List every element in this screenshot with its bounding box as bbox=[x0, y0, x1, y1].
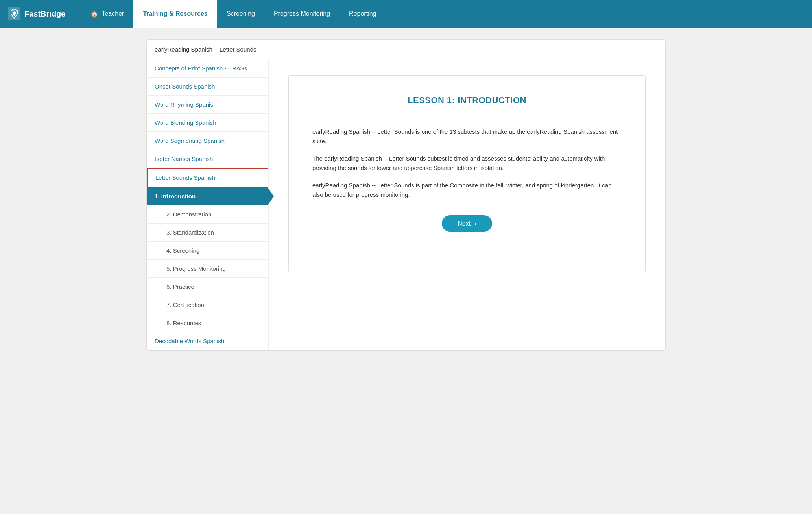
content-body: Concepts of Print Spanish - ERASs Onset … bbox=[147, 59, 665, 350]
nav-screening-label: Screening bbox=[227, 10, 255, 17]
home-icon: 🏠 bbox=[90, 10, 98, 18]
content-wrapper: earlyReading Spanish -- Letter Sounds Co… bbox=[146, 39, 666, 351]
lesson-content-box: LESSON 1: INTRODUCTION earlyReading Span… bbox=[288, 75, 646, 272]
next-btn-container: Next › bbox=[312, 215, 622, 232]
lesson-paragraph-2: The earlyReading Spanish -- Letter Sound… bbox=[312, 154, 622, 173]
sidebar-item-lesson6[interactable]: 6. Practice bbox=[147, 278, 268, 296]
sidebar-item-decodable[interactable]: Decodable Words Spanish bbox=[147, 332, 268, 350]
sidebar-item-lesson4[interactable]: 4. Screening bbox=[147, 242, 268, 260]
breadcrumb-text: earlyReading Spanish -- Letter Sounds bbox=[155, 46, 257, 53]
fastbridge-logo-icon bbox=[8, 7, 20, 20]
sidebar-item-lesson2[interactable]: 2. Demonstration bbox=[147, 205, 268, 224]
nav-teacher-label: Teacher bbox=[102, 10, 124, 17]
top-navigation: FastBridge 🏠 Teacher Training & Resource… bbox=[0, 0, 812, 28]
lesson-paragraph-1: earlyReading Spanish -- Letter Sounds is… bbox=[312, 127, 622, 146]
next-button-label: Next bbox=[458, 220, 471, 227]
nav-item-screening[interactable]: Screening bbox=[217, 0, 264, 28]
next-button[interactable]: Next › bbox=[442, 215, 492, 232]
sidebar-item-rhyming[interactable]: Word Rhyming Spanish bbox=[147, 96, 268, 114]
lesson-paragraph-3: earlyReading Spanish -- Letter Sounds is… bbox=[312, 181, 622, 200]
sidebar-item-lesson8[interactable]: 8. Resources bbox=[147, 314, 268, 332]
nav-item-teacher[interactable]: 🏠 Teacher bbox=[81, 0, 133, 28]
sidebar-item-segmenting[interactable]: Word Segmenting Spanish bbox=[147, 132, 268, 150]
sidebar-item-lettersounds[interactable]: Letter Sounds Spanish bbox=[147, 168, 268, 187]
lesson-title: LESSON 1: INTRODUCTION bbox=[312, 95, 622, 105]
nav-progress-label: Progress Monitoring bbox=[274, 10, 330, 17]
sidebar: Concepts of Print Spanish - ERASs Onset … bbox=[147, 59, 269, 350]
logo-text: FastBridge bbox=[24, 9, 65, 18]
next-chevron-icon: › bbox=[474, 220, 476, 227]
lesson-body: earlyReading Spanish -- Letter Sounds is… bbox=[312, 127, 622, 200]
sidebar-item-concepts[interactable]: Concepts of Print Spanish - ERASs bbox=[147, 59, 268, 78]
nav-training-label: Training & Resources bbox=[143, 10, 208, 17]
lesson-panel: LESSON 1: INTRODUCTION earlyReading Span… bbox=[269, 59, 665, 350]
logo: FastBridge bbox=[8, 0, 65, 28]
sidebar-item-lesson3[interactable]: 3. Standardization bbox=[147, 224, 268, 242]
sidebar-item-blending[interactable]: Word Blending Spanish bbox=[147, 114, 268, 132]
sidebar-item-letternames[interactable]: Letter Names Spanish bbox=[147, 150, 268, 168]
nav-reporting-label: Reporting bbox=[349, 10, 376, 17]
breadcrumb: earlyReading Spanish -- Letter Sounds bbox=[147, 40, 665, 59]
nav-item-reporting[interactable]: Reporting bbox=[340, 0, 386, 28]
nav-items: 🏠 Teacher Training & Resources Screening… bbox=[81, 0, 386, 28]
main-container: earlyReading Spanish -- Letter Sounds Co… bbox=[131, 28, 681, 362]
nav-item-progress[interactable]: Progress Monitoring bbox=[264, 0, 340, 28]
sidebar-item-onset[interactable]: Onset Sounds Spanish bbox=[147, 78, 268, 96]
sidebar-item-lesson5[interactable]: 5. Progress Monitoring bbox=[147, 260, 268, 278]
lesson-divider bbox=[312, 115, 622, 115]
nav-item-training[interactable]: Training & Resources bbox=[133, 0, 217, 28]
sidebar-item-lesson7[interactable]: 7. Certification bbox=[147, 296, 268, 314]
sidebar-item-lesson1[interactable]: 1. Introduction bbox=[147, 187, 268, 205]
